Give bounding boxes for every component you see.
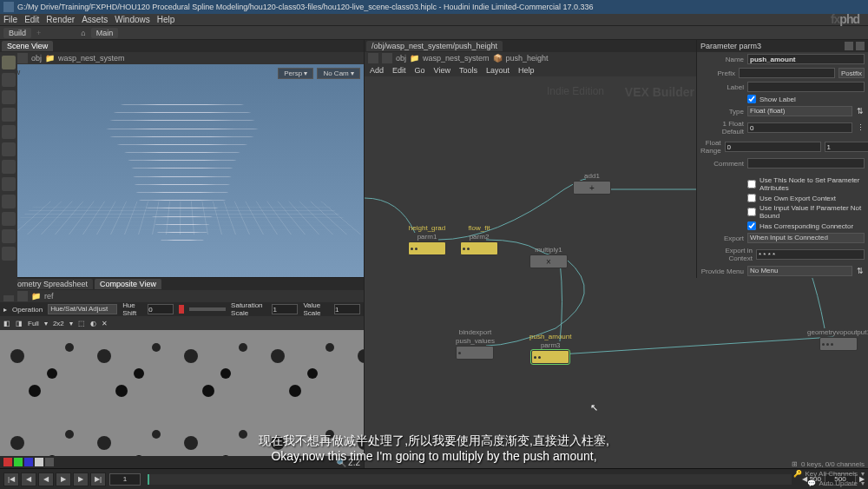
menu-render[interactable]: Render: [46, 15, 75, 24]
export-select[interactable]: When Input is Connected: [747, 233, 865, 243]
name-input[interactable]: [747, 54, 865, 64]
crumb-wasp[interactable]: wasp_nest_system: [423, 54, 490, 63]
nav-fwd-icon[interactable]: [17, 53, 28, 63]
export-ctx-input[interactable]: [756, 249, 865, 260]
sat-input[interactable]: [272, 304, 298, 314]
node-flow[interactable]: flow_fit parm2: [460, 224, 498, 255]
net-menu-edit[interactable]: Edit: [392, 66, 406, 75]
menu-select[interactable]: No Menu: [747, 266, 852, 276]
current-frame-input[interactable]: [109, 473, 141, 486]
swatch-b[interactable]: [24, 458, 33, 466]
range-min-input[interactable]: [725, 142, 821, 152]
path-node[interactable]: wasp_nest_system: [58, 54, 125, 63]
node-output[interactable]: geometryvopoutput1: [807, 328, 868, 351]
tool-icon[interactable]: [2, 177, 16, 191]
nav-back-icon[interactable]: [368, 53, 378, 63]
swatch-x[interactable]: [45, 458, 54, 466]
net-menu-tools[interactable]: Tools: [459, 66, 477, 75]
node-height-grad[interactable]: height_grad parm1: [408, 224, 446, 255]
auto-update-label[interactable]: Auto Update: [819, 479, 858, 487]
node-multiply1[interactable]: multiply1 ×: [529, 246, 568, 268]
menu-file[interactable]: File: [3, 15, 17, 24]
shelf-build[interactable]: Build: [3, 28, 31, 38]
play-button[interactable]: ▶: [56, 472, 71, 486]
net-menu-view[interactable]: View: [434, 66, 450, 75]
chk-set-attrs[interactable]: Use This Node to Set Parameter Attribute…: [697, 175, 868, 193]
timeline[interactable]: [148, 474, 792, 485]
res-label[interactable]: 2x2: [53, 320, 64, 327]
hue-slider[interactable]: [189, 307, 226, 311]
rotate-tool-icon[interactable]: [2, 90, 16, 104]
last-frame-button[interactable]: ▶|: [90, 472, 106, 486]
tab-scene-view[interactable]: Scene View: [2, 41, 53, 51]
timeline-marker[interactable]: [148, 474, 149, 485]
label-input[interactable]: [747, 82, 865, 92]
key-all-label[interactable]: Key All Channels: [806, 470, 858, 478]
chk-own-context[interactable]: Use Own Export Context: [697, 193, 868, 203]
menu-edit[interactable]: Edit: [24, 15, 39, 24]
menu-assets[interactable]: Assets: [82, 15, 108, 24]
swatch-r[interactable]: [3, 458, 12, 466]
scale-tool-icon[interactable]: [2, 108, 16, 122]
menu-windows[interactable]: Windows: [115, 15, 150, 24]
node-push-amount[interactable]: push_amount parm3: [529, 333, 571, 364]
tool-icon[interactable]: [2, 212, 16, 226]
prefix-input[interactable]: [739, 68, 835, 78]
ref-crumb[interactable]: ref: [44, 292, 54, 301]
net-menu-help[interactable]: Help: [518, 66, 535, 75]
show-label-check[interactable]: Show Label: [697, 94, 868, 104]
prev-frame-button[interactable]: ◀: [21, 472, 36, 486]
val-input[interactable]: [334, 304, 360, 314]
crumb-push[interactable]: push_height: [506, 54, 549, 63]
tool-icon[interactable]: [2, 195, 16, 208]
net-menu-go[interactable]: Go: [415, 66, 425, 75]
tool-icon[interactable]: [2, 160, 16, 174]
swatch-a[interactable]: [35, 458, 43, 466]
float-default-label: 1 Float Default: [700, 120, 744, 135]
path-obj[interactable]: obj: [31, 54, 42, 63]
persp-button[interactable]: Persp ▾: [278, 68, 313, 79]
help-icon[interactable]: [856, 42, 865, 50]
float-default-input[interactable]: [747, 122, 852, 133]
tool-icon[interactable]: [2, 142, 16, 156]
tab-composite-view[interactable]: Composite View: [95, 279, 161, 289]
operation-select[interactable]: Hue/Sat/Val Adjust: [48, 304, 117, 314]
chk-use-input[interactable]: Use Input Value If Parameter Not Bound: [697, 203, 868, 221]
move-tool-icon[interactable]: [2, 73, 16, 87]
hue-input[interactable]: [148, 304, 174, 314]
crumb-obj[interactable]: obj: [396, 54, 406, 63]
nav-fwd-icon[interactable]: [17, 291, 28, 301]
param-header-title: Parameter parm3: [700, 42, 761, 50]
3d-viewport[interactable]: View Persp ▾ No Cam ▾: [0, 64, 364, 277]
range-max-input[interactable]: [825, 142, 868, 152]
camera-button[interactable]: No Cam ▾: [317, 68, 360, 79]
network-path[interactable]: /obj/wasp_nest_system/push_height: [366, 41, 503, 51]
tool-icon[interactable]: [2, 229, 16, 243]
show-label-checkbox[interactable]: [747, 95, 756, 103]
type-select[interactable]: Float (float): [747, 106, 852, 116]
first-frame-button[interactable]: |◀: [3, 472, 19, 486]
full-label[interactable]: Full: [28, 320, 39, 327]
chk-connector[interactable]: Has Corresponding Connector: [697, 221, 868, 231]
select-tool-icon[interactable]: [2, 56, 16, 69]
nav-fwd-icon[interactable]: [382, 53, 392, 63]
node-bindexport[interactable]: bindexport push_values: [456, 328, 495, 360]
comment-input[interactable]: [747, 158, 865, 169]
gear-icon[interactable]: [845, 42, 853, 50]
texture-preview[interactable]: [0, 330, 364, 456]
hue-label: Hue Shift: [122, 301, 142, 317]
net-menu-add[interactable]: Add: [370, 66, 384, 75]
label-label: Label: [700, 83, 744, 91]
node-add1[interactable]: add1 +: [573, 172, 611, 195]
menu-help[interactable]: Help: [157, 15, 175, 24]
operation-label: Operation: [12, 306, 43, 314]
tool-icon[interactable]: [2, 125, 16, 139]
shelf-main[interactable]: Main: [91, 28, 119, 38]
net-menu-layout[interactable]: Layout: [486, 66, 510, 75]
tool-icon[interactable]: [2, 247, 16, 261]
play-back-button[interactable]: ◀: [38, 472, 54, 486]
postfix-button[interactable]: Postfix: [838, 68, 865, 78]
fxphd-logo: fxphd: [831, 12, 859, 26]
next-frame-button[interactable]: ▶: [73, 472, 89, 486]
swatch-g[interactable]: [14, 458, 23, 466]
